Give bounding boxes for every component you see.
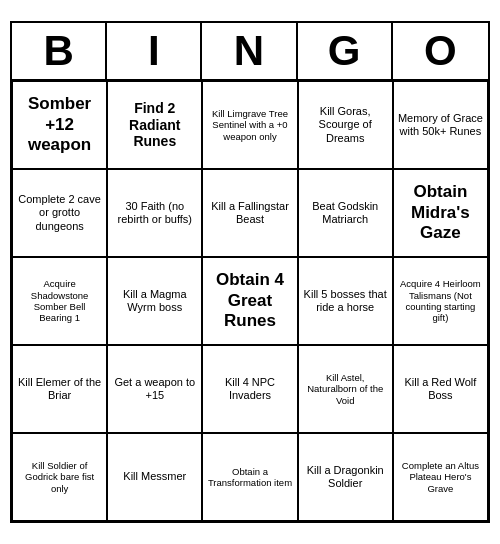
bingo-cell-0: Somber +12 weapon: [12, 81, 107, 169]
bingo-cell-14: Acquire 4 Heirloom Talismans (Not counti…: [393, 257, 488, 345]
bingo-cell-2: Kill Limgrave Tree Sentinel with a +0 we…: [202, 81, 297, 169]
bingo-cell-8: Beat Godskin Matriarch: [298, 169, 393, 257]
bingo-cell-7: Kill a Fallingstar Beast: [202, 169, 297, 257]
bingo-cell-10: Acquire Shadowstone Somber Bell Bearing …: [12, 257, 107, 345]
bingo-cell-1: Find 2 Radiant Runes: [107, 81, 202, 169]
bingo-cell-9: Obtain Midra's Gaze: [393, 169, 488, 257]
bingo-cell-16: Get a weapon to +15: [107, 345, 202, 433]
bingo-cell-6: 30 Faith (no rebirth or buffs): [107, 169, 202, 257]
bingo-letter-g: G: [298, 23, 393, 79]
bingo-cell-24: Complete an Altus Plateau Hero's Grave: [393, 433, 488, 521]
bingo-letter-b: B: [12, 23, 107, 79]
bingo-cell-23: Kill a Dragonkin Soldier: [298, 433, 393, 521]
bingo-cell-19: Kill a Red Wolf Boss: [393, 345, 488, 433]
bingo-cell-4: Memory of Grace with 50k+ Runes: [393, 81, 488, 169]
bingo-cell-18: Kill Astel, Naturalborn of the Void: [298, 345, 393, 433]
bingo-cell-11: Kill a Magma Wyrm boss: [107, 257, 202, 345]
bingo-header: BINGO: [12, 23, 488, 81]
bingo-grid: Somber +12 weaponFind 2 Radiant RunesKil…: [12, 81, 488, 521]
bingo-letter-o: O: [393, 23, 488, 79]
bingo-cell-5: Complete 2 cave or grotto dungeons: [12, 169, 107, 257]
bingo-letter-i: I: [107, 23, 202, 79]
bingo-cell-3: Kill Goras, Scourge of Dreams: [298, 81, 393, 169]
bingo-cell-17: Kill 4 NPC Invaders: [202, 345, 297, 433]
bingo-cell-20: Kill Soldier of Godrick bare fist only: [12, 433, 107, 521]
bingo-letter-n: N: [202, 23, 297, 79]
bingo-cell-15: Kill Elemer of the Briar: [12, 345, 107, 433]
bingo-cell-22: Obtain a Transformation item: [202, 433, 297, 521]
bingo-card: BINGO Somber +12 weaponFind 2 Radiant Ru…: [10, 21, 490, 523]
bingo-cell-13: Kill 5 bosses that ride a horse: [298, 257, 393, 345]
bingo-cell-21: Kill Messmer: [107, 433, 202, 521]
bingo-cell-12: Obtain 4 Great Runes: [202, 257, 297, 345]
